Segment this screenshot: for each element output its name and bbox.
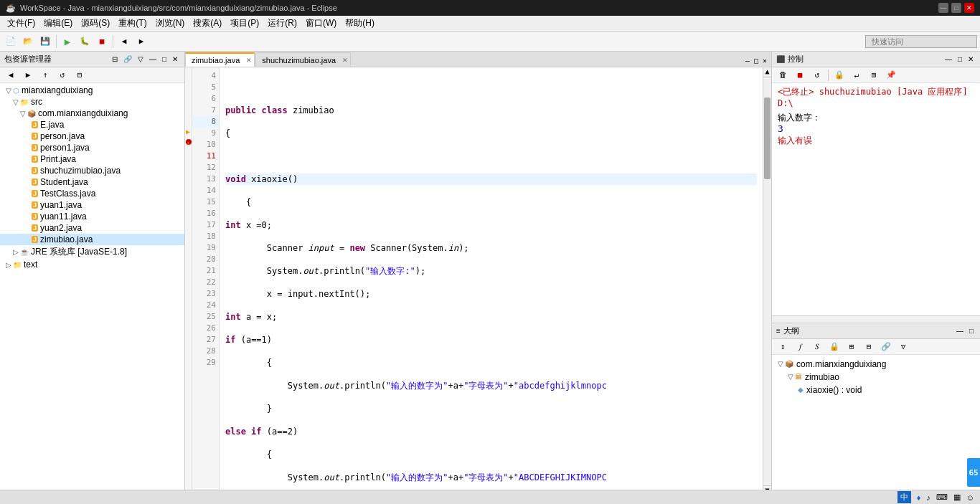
code-editor[interactable]: public class zimubiao { void xiaoxie() {… [220, 67, 763, 495]
console-panel: ⬛ 控制 — □ ✕ 🗑 ■ ↺ 🔒 ↵ ⊞ 📌 <已终止 [772, 52, 980, 323]
menu-source[interactable]: 源码(S) [77, 16, 114, 31]
outline-sort-icon[interactable]: ↕ [775, 338, 791, 354]
tree-person-java[interactable]: J person.java [0, 130, 184, 142]
collapse-all-btn[interactable]: ⊟ [72, 67, 88, 83]
outline-down-icon[interactable]: ▽ [895, 338, 911, 354]
outline-maximize-icon[interactable]: □ [967, 326, 976, 336]
console-rerun-icon[interactable]: ↺ [809, 67, 825, 83]
tab-zimubiao-close[interactable]: ✕ [246, 57, 252, 64]
back-button[interactable]: ◀ [116, 34, 132, 49]
outline-expand-all-icon[interactable]: ⊞ [844, 338, 859, 354]
outline-minimize-icon[interactable]: — [954, 326, 966, 336]
back-nav-icon[interactable]: ◀ [3, 67, 19, 83]
forward-button[interactable]: ▶ [133, 34, 149, 49]
menu-run[interactable]: 运行(R) [263, 16, 301, 31]
editor-maximize-icon[interactable]: □ [753, 56, 760, 65]
tree-person1-java[interactable]: J person1.java [0, 142, 184, 153]
up-nav-icon[interactable]: ↑ [37, 67, 53, 83]
package-collapse-icon[interactable]: ▽ [20, 110, 26, 118]
console-maximize-icon[interactable]: □ [956, 54, 964, 64]
tree-jre[interactable]: ▷ ☕ JRE 系统库 [JavaSE-1.8] [0, 245, 184, 259]
outline-class-item[interactable]: ▽ 🏛 zimubiao [778, 371, 974, 384]
menu-project[interactable]: 项目(P) [226, 16, 263, 31]
menu-window[interactable]: 窗口(W) [301, 16, 341, 31]
console-terminate-icon[interactable]: ■ [792, 67, 808, 83]
outline-hide-static-icon[interactable]: 𝑆 [809, 338, 825, 354]
debug-button[interactable]: 🐛 [77, 34, 93, 49]
close-button[interactable]: ✕ [964, 3, 974, 13]
sougou-icon[interactable]: ♦ [917, 493, 921, 502]
menu-navigate[interactable]: 浏览(N) [151, 16, 189, 31]
outline-hide-nonpublic-icon[interactable]: 🔒 [826, 338, 842, 354]
console-minimize-icon[interactable]: — [943, 54, 954, 64]
new-button[interactable]: 📄 [3, 34, 19, 49]
maximize-button[interactable]: □ [951, 3, 961, 13]
panel-menu-icon[interactable]: ▽ [136, 54, 146, 64]
stop-button[interactable]: ■ [94, 34, 110, 49]
project-collapse-icon[interactable]: ▽ [6, 87, 11, 95]
menu-refactor[interactable]: 重构(T) [114, 16, 151, 31]
collapse-all-icon[interactable]: ⊟ [110, 54, 120, 64]
tree-zimubiao-java[interactable]: J zimubiao.java [0, 234, 184, 245]
tree-yuan11-java[interactable]: J yuan11.java [0, 211, 184, 222]
outline-method-item[interactable]: ◆ xiaoxie() : void [778, 384, 974, 396]
console-terminated-text: <已终止> shuchuzimubiao [Java 应用程序] D:\ [778, 86, 974, 109]
tree-Student-java[interactable]: J Student.java [0, 176, 184, 188]
refresh-icon[interactable]: ↺ [55, 67, 70, 83]
outline-link-icon[interactable]: 🔗 [878, 338, 894, 354]
tree-text[interactable]: ▷ 📁 text [0, 259, 184, 270]
editor-minimize-icon[interactable]: — [744, 56, 751, 65]
jre-expand-icon[interactable]: ▷ [13, 248, 19, 256]
outline-hide-fields-icon[interactable]: 𝑓 [792, 338, 808, 354]
sougou-cn-icon[interactable]: 中 [897, 491, 911, 503]
tree-yuan1-java[interactable]: J yuan1.java [0, 199, 184, 211]
console-word-wrap-icon[interactable]: ↵ [849, 67, 864, 83]
scroll-up-btn[interactable]: ▲ [763, 67, 771, 77]
menu-edit[interactable]: 编辑(E) [39, 16, 77, 31]
quick-access-input[interactable] [865, 35, 977, 48]
text-expand-icon[interactable]: ▷ [6, 261, 11, 269]
console-pin-icon[interactable]: 📌 [883, 67, 899, 83]
outline-collapse-all-icon[interactable]: ⊟ [861, 338, 877, 354]
console-scroll[interactable] [772, 315, 980, 323]
tab-zimubiao[interactable]: zimubiao.java ✕ [185, 52, 255, 67]
keyboard-icon[interactable]: ⌨ [936, 493, 948, 502]
tab-shuchuzimubiao-close[interactable]: ✕ [342, 57, 348, 64]
scroll-thumb[interactable] [764, 98, 771, 179]
tree-src[interactable]: ▽ 📁 src [0, 96, 184, 108]
input-method-icon[interactable]: ♪ [926, 493, 930, 502]
menu-search[interactable]: 搜索(A) [189, 16, 226, 31]
editor-close-icon[interactable]: ✕ [761, 56, 768, 65]
menu-file[interactable]: 文件(F) [3, 16, 39, 31]
tree-Print-java[interactable]: J Print.java [0, 153, 184, 165]
console-clear-icon[interactable]: 🗑 [775, 67, 791, 83]
user-icon[interactable]: ▦ [953, 493, 961, 502]
tree-shuchuzimubiao-java[interactable]: J shuchuzimubiao.java [0, 165, 184, 176]
minimize-panel-icon[interactable]: — [147, 54, 159, 64]
minimize-button[interactable]: — [938, 3, 948, 13]
console-close-icon[interactable]: ✕ [966, 54, 976, 64]
vertical-scrollbar[interactable]: ▲ ▼ [763, 67, 771, 495]
src-collapse-icon[interactable]: ▽ [13, 98, 19, 106]
sougou-floating-indicator[interactable]: 65 [967, 458, 980, 487]
menu-help[interactable]: 帮助(H) [341, 16, 379, 31]
tree-yuan2-java[interactable]: J yuan2.java [0, 222, 184, 234]
tree-project[interactable]: ▽ ⬡ mianxiangduixiang [0, 85, 184, 96]
link-with-editor-icon[interactable]: 🔗 [121, 54, 134, 64]
tree-package[interactable]: ▽ 📦 com.mianxiangduixiang [0, 108, 184, 119]
outline-class-expand[interactable]: ▽ [788, 373, 793, 381]
maximize-panel-icon[interactable]: □ [160, 54, 169, 64]
settings-icon[interactable]: ☺ [966, 493, 974, 502]
forward-nav-icon[interactable]: ▶ [20, 67, 36, 83]
tab-shuchuzimubiao[interactable]: shuchuzimubiao.java ✕ [255, 52, 351, 67]
open-button[interactable]: 📂 [20, 34, 36, 49]
tree-E-java[interactable]: J E.java [0, 119, 184, 130]
tree-TestClass-java[interactable]: J TestClass.java [0, 188, 184, 199]
console-scroll-lock-icon[interactable]: 🔒 [831, 67, 847, 83]
run-button[interactable]: ▶ [60, 34, 75, 49]
outline-package-item[interactable]: ▽ 📦 com.mianxiangduixiang [778, 358, 974, 371]
save-button[interactable]: 💾 [37, 34, 53, 49]
console-expand-icon[interactable]: ⊞ [866, 67, 882, 83]
close-panel-icon[interactable]: ✕ [170, 54, 180, 64]
outline-package-expand[interactable]: ▽ [778, 360, 783, 368]
